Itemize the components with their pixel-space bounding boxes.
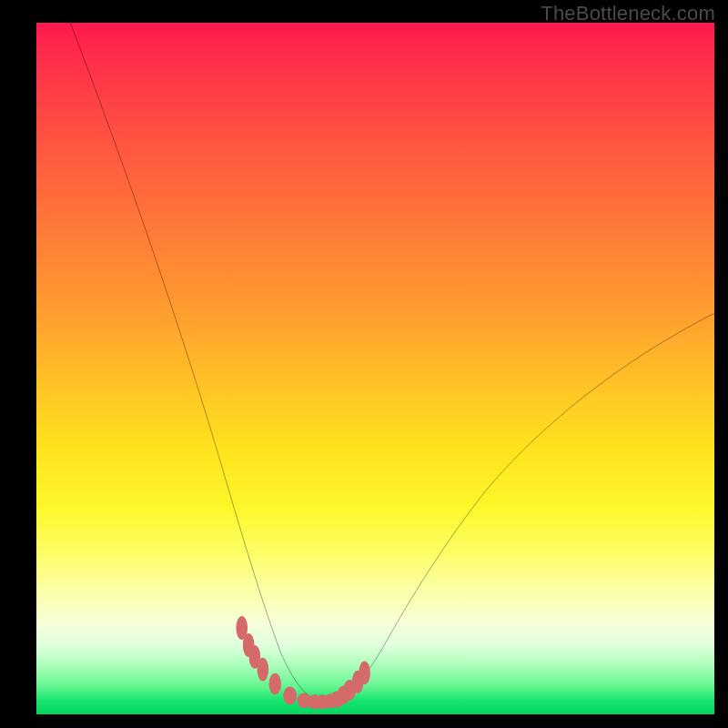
watermark-text: TheBottleneck.com [541,2,715,25]
svg-point-14 [359,661,370,684]
svg-point-5 [283,687,297,705]
svg-point-4 [269,673,281,695]
plot-area [36,23,714,714]
curve-path [70,23,714,703]
svg-point-3 [257,658,268,682]
highlight-dots [236,616,370,709]
bottleneck-curve [36,23,714,714]
chart-frame: TheBottleneck.com [0,0,728,728]
